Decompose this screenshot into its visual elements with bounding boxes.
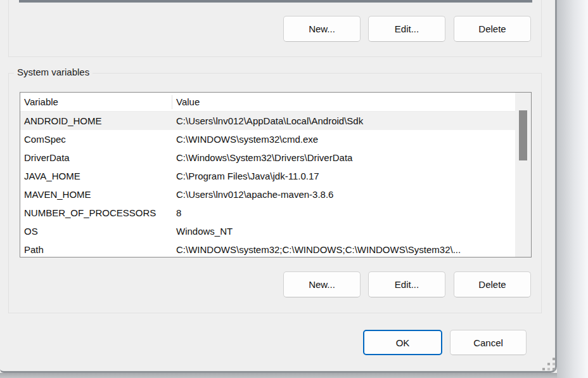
system-variables-group-title: System variables bbox=[14, 67, 93, 77]
scrollbar-thumb[interactable] bbox=[519, 110, 527, 160]
variable-value: C:\Users\lnv012\AppData\Local\Android\Sd… bbox=[172, 115, 515, 126]
system-delete-button[interactable]: Delete bbox=[454, 271, 531, 297]
variable-value: 8 bbox=[172, 207, 515, 218]
list-rows: ANDROID_HOME C:\Users\lnv012\AppData\Loc… bbox=[20, 112, 515, 257]
table-row[interactable]: Path C:\WINDOWS\system32;C:\WINDOWS;C:\W… bbox=[20, 240, 515, 257]
table-row[interactable]: JAVA_HOME C:\Program Files\Java\jdk-11.0… bbox=[20, 167, 515, 185]
variable-name: ANDROID_HOME bbox=[20, 115, 172, 126]
user-new-button[interactable]: New... bbox=[283, 16, 361, 42]
system-edit-button[interactable]: Edit... bbox=[368, 271, 445, 297]
variable-name: NUMBER_OF_PROCESSORS bbox=[20, 207, 172, 218]
variable-value: C:\Users\lnv012\apache-maven-3.8.6 bbox=[172, 189, 515, 200]
table-row[interactable]: MAVEN_HOME C:\Users\lnv012\apache-maven-… bbox=[20, 185, 515, 204]
variable-value: Windows_NT bbox=[172, 226, 515, 237]
variable-name: MAVEN_HOME bbox=[20, 189, 172, 200]
table-row[interactable]: NUMBER_OF_PROCESSORS 8 bbox=[20, 204, 515, 222]
screen: New... Edit... Delete System variables V… bbox=[0, 0, 588, 378]
variable-name: ComSpec bbox=[20, 134, 172, 145]
variable-name: OS bbox=[20, 226, 172, 237]
column-header-variable[interactable]: Variable bbox=[20, 95, 172, 109]
variable-value: C:\Program Files\Java\jdk-11.0.17 bbox=[172, 171, 515, 181]
variable-value: C:\Windows\System32\Drivers\DriverData bbox=[172, 152, 515, 163]
system-variables-list[interactable]: Variable Value ANDROID_HOME C:\Users\lnv… bbox=[20, 92, 532, 257]
window-shadow-right bbox=[557, 0, 588, 378]
list-header: Variable Value bbox=[20, 93, 515, 112]
user-delete-button[interactable]: Delete bbox=[454, 16, 531, 42]
table-row[interactable]: DriverData C:\Windows\System32\Drivers\D… bbox=[20, 148, 515, 167]
variable-value: C:\WINDOWS\system32;C:\WINDOWS;C:\WINDOW… bbox=[172, 244, 515, 255]
user-edit-button[interactable]: Edit... bbox=[368, 16, 445, 42]
ok-button[interactable]: OK bbox=[363, 330, 442, 355]
table-row[interactable]: ANDROID_HOME C:\Users\lnv012\AppData\Loc… bbox=[20, 112, 515, 130]
cancel-button[interactable]: Cancel bbox=[450, 330, 527, 355]
variable-value: C:\WINDOWS\system32\cmd.exe bbox=[172, 134, 515, 145]
variable-name: DriverData bbox=[20, 152, 172, 163]
table-row[interactable]: OS Windows_NT bbox=[20, 222, 515, 240]
column-header-value[interactable]: Value bbox=[172, 96, 515, 107]
variable-name: Path bbox=[20, 244, 172, 255]
variable-name: JAVA_HOME bbox=[20, 171, 172, 181]
system-new-button[interactable]: New... bbox=[283, 271, 361, 297]
environment-variables-dialog: New... Edit... Delete System variables V… bbox=[0, 0, 557, 373]
table-row[interactable]: ComSpec C:\WINDOWS\system32\cmd.exe bbox=[20, 130, 515, 148]
vertical-scrollbar[interactable] bbox=[515, 93, 531, 257]
window-shadow-bottom bbox=[0, 373, 557, 378]
